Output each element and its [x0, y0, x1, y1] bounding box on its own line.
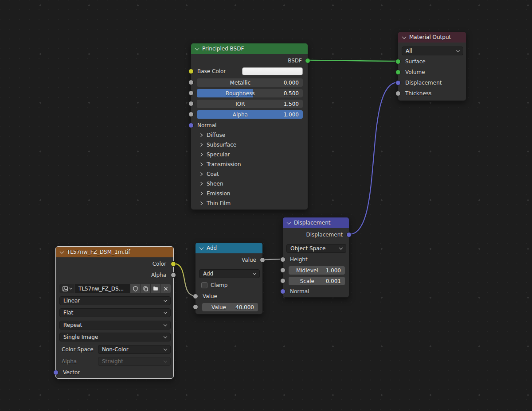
close-icon [163, 286, 168, 291]
base-color-socket[interactable] [188, 69, 194, 74]
extension-dropdown[interactable]: Repeat [59, 321, 171, 330]
node-image-texture[interactable]: TL57nw_FZ_DSM_1m.tif Color Alpha TL57nw_… [55, 246, 174, 379]
midlevel-field[interactable]: Midlevel 1.000 [289, 266, 345, 275]
operation-dropdown[interactable]: Add [199, 269, 260, 278]
chevron-down-icon [456, 48, 460, 52]
panel-emission[interactable]: Emission [191, 189, 308, 198]
value-input-socket[interactable] [193, 294, 198, 299]
material-output-header[interactable]: Material Output [398, 32, 466, 43]
node-title: TL57nw_FZ_DSM_1m.tif [67, 249, 130, 255]
alpha-output-label: Alpha [151, 271, 166, 279]
duplicate-image-button[interactable] [141, 284, 150, 293]
space-dropdown[interactable]: Object Space [286, 244, 346, 253]
collapse-chevron-icon[interactable] [287, 220, 291, 225]
panel-coat[interactable]: Coat [191, 169, 308, 179]
color-space-label: Color Space [62, 346, 94, 353]
midlevel-socket[interactable] [280, 268, 286, 273]
normal-socket[interactable] [188, 123, 194, 128]
value-output-socket[interactable] [260, 257, 265, 263]
shield-icon [133, 286, 138, 292]
chevron-down-icon [339, 246, 343, 249]
vector-input-socket[interactable] [53, 370, 59, 375]
source-dropdown[interactable]: Single Image [59, 333, 171, 341]
panel-transmission[interactable]: Transmission [191, 159, 308, 169]
displacement-output-label: Displacement [306, 231, 343, 238]
node-title: Material Output [409, 34, 451, 40]
base-color-swatch[interactable] [242, 67, 303, 75]
node-title: Displacement [294, 220, 331, 226]
thickness-input-socket[interactable] [395, 91, 401, 96]
displacement-header[interactable]: Displacement [283, 217, 349, 228]
color-output-socket[interactable] [171, 261, 176, 267]
panel-thin-film[interactable]: Thin Film [191, 198, 308, 208]
node-material-output[interactable]: Material Output All Surface Volume Displ… [398, 31, 466, 101]
alpha-socket[interactable] [188, 112, 194, 117]
alpha-mode-dropdown[interactable]: Straight [98, 357, 171, 366]
base-color-label: Base Color [197, 68, 226, 75]
value-field[interactable]: Value 40.000 [202, 303, 258, 311]
collapse-chevron-icon[interactable] [60, 249, 64, 254]
displacement-input-socket[interactable] [395, 80, 401, 85]
height-input-socket[interactable] [280, 257, 286, 262]
fake-user-button[interactable] [130, 284, 140, 293]
principled-bsdf-header[interactable]: Principled BSDF [191, 43, 308, 54]
value2-socket[interactable] [193, 304, 198, 310]
height-input-label: Height [290, 256, 308, 263]
scale-field[interactable]: Scale 0.001 [289, 277, 345, 285]
node-title: Add [207, 245, 217, 251]
color-output-label: Color [153, 260, 166, 268]
open-image-button[interactable] [151, 284, 160, 293]
collapse-chevron-icon[interactable] [402, 35, 407, 39]
surface-input-socket[interactable] [395, 59, 401, 64]
wire-add-to-height [263, 259, 282, 260]
image-name-field[interactable]: TL57nw_FZ_DS... [75, 284, 130, 293]
panel-specular[interactable]: Specular [191, 150, 308, 159]
scale-socket[interactable] [280, 278, 286, 283]
chevron-down-icon [164, 359, 167, 362]
volume-input-socket[interactable] [395, 70, 401, 75]
chevron-right-icon [199, 182, 203, 186]
target-dropdown[interactable]: All [402, 47, 463, 55]
bsdf-output-socket[interactable] [305, 58, 310, 63]
ior-slider[interactable]: IOR 1.500 [197, 100, 303, 108]
roughness-slider[interactable]: Roughness 0.500 [197, 89, 303, 97]
image-icon [62, 286, 68, 292]
panel-subsurface[interactable]: Subsurface [191, 140, 308, 150]
displacement-output-socket[interactable] [346, 232, 352, 237]
alpha-output-socket[interactable] [171, 272, 176, 278]
unlink-image-button[interactable] [161, 284, 171, 293]
collapse-chevron-icon[interactable] [200, 245, 204, 250]
displacement-input-label: Displacement [405, 79, 442, 86]
roughness-socket[interactable] [188, 90, 194, 96]
node-displacement[interactable]: Displacement Displacement Object Space H… [282, 217, 349, 298]
ior-socket[interactable] [188, 101, 194, 106]
chevron-right-icon [199, 202, 203, 205]
image-browse-button[interactable] [59, 284, 74, 293]
panel-diffuse[interactable]: Diffuse [191, 130, 308, 140]
chevron-right-icon [199, 192, 203, 195]
value-output-label: Value [242, 256, 256, 264]
collapse-chevron-icon[interactable] [195, 46, 200, 50]
node-add-math[interactable]: Add Value Add Clamp Value Value 40.000 [195, 242, 263, 314]
add-header[interactable]: Add [196, 243, 262, 253]
chevron-down-icon [164, 310, 167, 314]
normal-input-socket[interactable] [280, 289, 286, 294]
normal-label: Normal [197, 122, 216, 129]
metallic-socket[interactable] [188, 80, 194, 85]
node-principled-bsdf[interactable]: Principled BSDF BSDF Base Color Metallic… [191, 43, 308, 210]
projection-dropdown[interactable]: Flat [59, 308, 171, 317]
thickness-input-label: Thickness [405, 90, 431, 97]
metallic-slider[interactable]: Metallic 0.000 [197, 78, 303, 87]
chevron-down-icon [164, 334, 167, 338]
color-space-dropdown[interactable]: Non-Color [98, 345, 171, 354]
chevron-right-icon [199, 163, 203, 166]
surface-input-label: Surface [405, 58, 426, 65]
image-texture-header[interactable]: TL57nw_FZ_DSM_1m.tif [56, 247, 173, 257]
clamp-checkbox[interactable] [201, 282, 207, 288]
chevron-down-icon [69, 287, 72, 290]
bsdf-output-label: BSDF [288, 57, 302, 64]
interpolation-dropdown[interactable]: Linear [59, 296, 171, 305]
alpha-slider[interactable]: Alpha 1.000 [197, 110, 303, 119]
panel-sheen[interactable]: Sheen [191, 179, 308, 189]
volume-input-label: Volume [405, 69, 425, 76]
